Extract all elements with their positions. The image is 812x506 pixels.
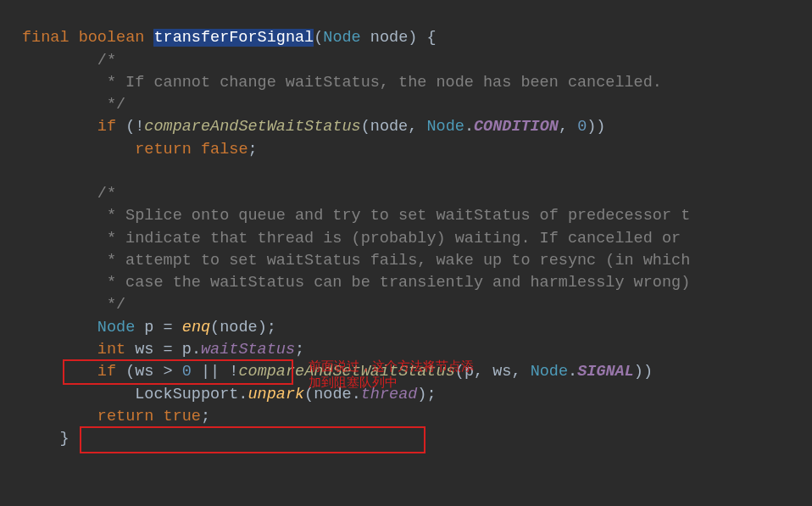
class-locksupport: LockSupport (135, 386, 238, 403)
paren: ( (361, 118, 370, 136)
field-condition: CONDITION (474, 118, 559, 136)
semi: ; (247, 141, 257, 158)
method-unpark: unpark (247, 386, 304, 403)
keyword-return: return (97, 408, 154, 425)
dot: . (192, 341, 201, 359)
keyword-false: false (201, 141, 248, 158)
code-line: final boolean transferForSignal(Node nod… (22, 29, 437, 47)
field-waitstatus: waitStatus (201, 341, 295, 359)
dot: . (568, 363, 577, 381)
code-line: return true; (22, 408, 210, 425)
var-p: p (144, 319, 153, 336)
field-signal: SIGNAL (577, 363, 634, 381)
code-line: return false; (22, 141, 258, 158)
eq: = (153, 341, 181, 359)
number: 0 (182, 363, 192, 381)
method-enq: enq (182, 319, 210, 336)
comma: , (408, 118, 426, 136)
paren: ( (210, 319, 220, 336)
paren: ); (258, 319, 276, 336)
brace: ) { (408, 29, 436, 47)
comment-line: * Splice onto queue and try to set waitS… (22, 207, 690, 225)
semi: ; (201, 408, 210, 425)
param-node: node (370, 29, 408, 47)
type-node: Node (323, 29, 360, 47)
comment-line: * If cannot change waitStatus, the node … (22, 74, 662, 92)
punct: (! (116, 118, 144, 136)
keyword-final: final (22, 29, 70, 47)
comment-line: /* (22, 52, 116, 70)
annotation-line2: 加到阻塞队列中 (309, 375, 398, 389)
annotation-line1: 前面说过，这个方法将节点添 (309, 359, 474, 373)
number: 0 (577, 118, 587, 136)
dot: . (464, 118, 474, 136)
keyword-true: true (164, 408, 201, 425)
var-ws: ws (135, 363, 153, 381)
comment-line: * case the waitStatus can be transiently… (22, 274, 690, 292)
paren: )) (587, 118, 605, 136)
code-line: int ws = p.waitStatus; (22, 341, 304, 359)
keyword-if: if (97, 363, 116, 381)
type-node: Node (531, 363, 568, 381)
method-name-selected: transferForSignal (153, 29, 314, 47)
paren: ( (314, 29, 323, 47)
eq: = (153, 319, 181, 336)
dot: . (238, 386, 247, 403)
keyword-boolean: boolean (79, 29, 145, 47)
code-line: } (22, 430, 70, 448)
op: || ! (192, 363, 239, 381)
var: node (370, 118, 408, 136)
type-node: Node (426, 118, 464, 136)
code-line: Node p = enq(node); (22, 319, 276, 336)
keyword-return: return (135, 141, 192, 158)
var-ws: ws (135, 341, 153, 359)
op: > (153, 363, 181, 381)
comment-line: /* (22, 185, 116, 203)
comment-line: * attempt to set waitStatus fails, wake … (22, 252, 690, 270)
type-node: Node (97, 319, 135, 336)
blank-line (22, 163, 31, 181)
paren: ( (116, 363, 135, 381)
semi: ; (295, 341, 304, 359)
comment-line: */ (22, 96, 125, 114)
method-call: compareAndSetWaitStatus (144, 118, 360, 136)
comma: , (559, 118, 577, 136)
keyword-int: int (97, 341, 125, 359)
code-line: if (!compareAndSetWaitStatus(node, Node.… (22, 118, 605, 136)
keyword-if: if (97, 118, 116, 136)
comment-line: * indicate that thread is (probably) wai… (22, 230, 690, 247)
comment-line: */ (22, 296, 125, 314)
paren: )) (634, 363, 653, 381)
annotation-text: 前面说过，这个方法将节点添 加到阻塞队列中 (309, 359, 529, 391)
var-node: node (220, 319, 257, 336)
var-p: p (182, 341, 192, 359)
